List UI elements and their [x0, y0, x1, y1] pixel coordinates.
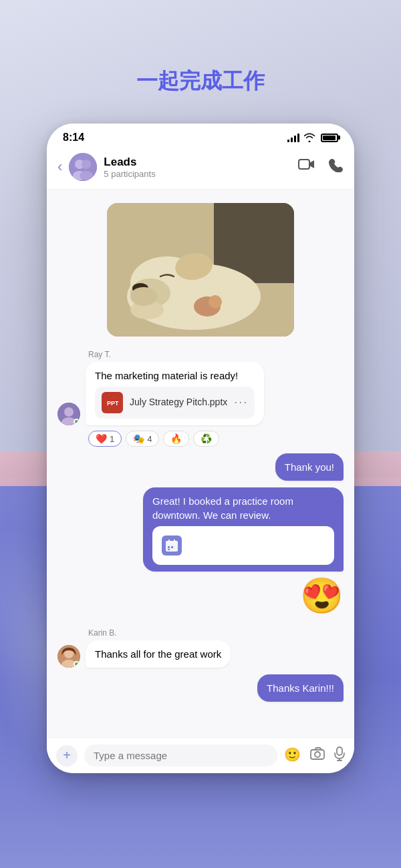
battery-icon: [321, 134, 338, 142]
wifi-icon: [303, 133, 315, 142]
calendar-info: Marketing review Mon Jul 23, 11:30 AM - …: [188, 533, 303, 558]
thanks-karin-bubble: Thanks Karin!!!: [257, 674, 344, 702]
chat-info: Leads 5 participants: [104, 156, 298, 179]
dog-image: [107, 203, 294, 337]
svg-rect-23: [166, 541, 178, 544]
reaction-fire[interactable]: 🔥: [163, 431, 189, 447]
ppt-icon: PPT: [102, 392, 123, 413]
masks-emoji: 🎭: [133, 433, 144, 444]
message-row-karin: Thanks all for the great work: [57, 640, 344, 668]
svg-rect-32: [311, 750, 324, 759]
emoji-picker-icon[interactable]: 🙂: [284, 746, 301, 765]
thank-you-wrapper: Thank you!: [47, 449, 354, 485]
thanks-karin-text: Thanks Karin!!!: [267, 682, 334, 694]
plus-icon: +: [63, 748, 71, 763]
bubble-container-ray: The marketing material is ready! PPT Jul…: [86, 362, 264, 425]
camera-icon[interactable]: [310, 746, 325, 765]
event-title: Marketing review: [188, 533, 303, 546]
phone-mockup: 8:14 ‹: [47, 124, 354, 773]
booking-text: Great! I booked a practice room downtown…: [152, 495, 293, 521]
masks-count: 4: [147, 434, 152, 444]
microphone-icon[interactable]: [334, 746, 345, 765]
thanks-karin-wrapper: Thanks Karin!!!: [47, 670, 354, 711]
svg-rect-27: [171, 546, 173, 548]
back-button[interactable]: ‹: [57, 158, 62, 176]
input-bar: + 🙂: [47, 737, 354, 773]
message-group-karin: Karin B. Thanks all for the great work: [47, 626, 354, 670]
message-row-ray: The marketing material is ready! PPT Jul…: [57, 362, 344, 425]
ray-message-text: The marketing material is ready!: [95, 370, 238, 381]
reaction-heart[interactable]: ❤️ 1: [88, 431, 122, 447]
karin-online-indicator: [74, 661, 80, 667]
message-input[interactable]: [84, 744, 277, 767]
avatar: [69, 153, 97, 181]
phone-call-icon[interactable]: [329, 158, 344, 176]
karin-bubble: Thanks all for the great work: [86, 640, 231, 668]
heart-count: 1: [110, 434, 114, 444]
svg-point-15: [209, 295, 222, 308]
file-more-icon[interactable]: ···: [234, 394, 248, 411]
heart-eyes-emoji: 😍: [300, 576, 344, 616]
thank-you-text: Thank you!: [285, 461, 334, 473]
calendar-icon: [162, 535, 182, 556]
avatar-karin: [57, 645, 80, 668]
ray-message-bubble: The marketing material is ready! PPT Jul…: [86, 362, 264, 425]
karin-message-text: Thanks all for the great work: [95, 648, 221, 660]
recycle-emoji: ♻️: [200, 433, 212, 444]
avatar-ray: [57, 403, 80, 425]
status-icons: [287, 133, 338, 142]
svg-rect-28: [168, 549, 170, 550]
message-group-ray: Ray T. The marketing material is ready!: [47, 347, 354, 449]
booking-wrapper: Great! I booked a practice room downtown…: [47, 485, 354, 574]
booking-bubble: Great! I booked a practice room downtown…: [143, 487, 344, 572]
chat-participants: 5 participants: [104, 169, 298, 179]
chat-name: Leads: [104, 156, 298, 169]
svg-point-33: [315, 752, 320, 757]
svg-point-18: [64, 407, 74, 417]
file-name: July Strategy Pitch.pptx: [130, 396, 227, 409]
reaction-recycle[interactable]: ♻️: [193, 431, 219, 447]
emoji-reaction-wrapper: 😍: [47, 574, 354, 622]
reaction-masks[interactable]: 🎭 4: [126, 431, 159, 447]
video-call-icon[interactable]: [298, 158, 315, 176]
thank-you-bubble: Thank you!: [275, 453, 344, 481]
svg-rect-34: [337, 747, 342, 755]
heart-emoji: ❤️: [96, 433, 107, 444]
svg-point-16: [130, 287, 157, 306]
header-actions: [298, 158, 344, 176]
calendar-card[interactable]: Marketing review Mon Jul 23, 11:30 AM - …: [152, 526, 334, 565]
sender-name-karin: Karin B.: [88, 628, 344, 638]
status-bar: 8:14: [47, 124, 354, 148]
dog-image-container: [47, 190, 354, 347]
chat-body: Ray T. The marketing material is ready!: [47, 190, 354, 737]
input-icons: 🙂: [284, 746, 345, 765]
svg-rect-5: [299, 160, 309, 169]
signal-icon: [287, 133, 299, 142]
online-indicator: [74, 419, 80, 425]
sender-name-ray: Ray T.: [88, 350, 344, 359]
svg-rect-24: [168, 539, 170, 542]
svg-rect-26: [168, 546, 170, 548]
svg-rect-25: [174, 539, 175, 542]
svg-point-2: [82, 160, 91, 169]
reactions-row: ❤️ 1 🎭 4 🔥 ♻️: [88, 431, 344, 447]
event-time: Mon Jul 23, 11:30 AM - 2:00 PM: [188, 548, 303, 559]
fire-emoji: 🔥: [170, 433, 182, 444]
svg-point-4: [80, 171, 93, 180]
status-time: 8:14: [63, 132, 84, 144]
file-attachment[interactable]: PPT July Strategy Pitch.pptx ···: [95, 387, 255, 419]
add-button[interactable]: +: [56, 745, 78, 767]
chat-header: ‹ Leads 5 participants: [47, 148, 354, 190]
page-title: 一起完成工作: [0, 67, 401, 96]
svg-text:PPT: PPT: [107, 400, 119, 407]
bubble-container-karin: Thanks all for the great work: [86, 640, 231, 668]
